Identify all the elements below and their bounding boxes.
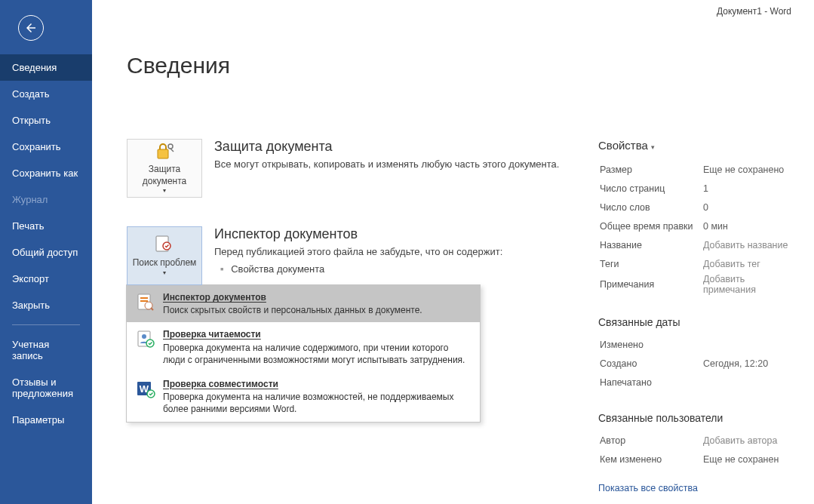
dropdown-arrow-icon: ▾ xyxy=(163,187,166,195)
menu-desc: Проверка документа на наличие содержимог… xyxy=(163,343,465,365)
check-issues-button[interactable]: Поиск проблем ▾ xyxy=(127,226,202,285)
nav-item-9[interactable]: Закрыть xyxy=(0,292,92,318)
svg-point-1 xyxy=(168,144,173,149)
property-row: АвторДобавить автора xyxy=(600,432,788,449)
menu-title: Проверка читаемости xyxy=(163,328,472,340)
property-row: Число страниц1 xyxy=(600,180,788,197)
svg-rect-0 xyxy=(158,149,168,158)
nav-item-4[interactable]: Сохранить как xyxy=(0,160,92,186)
dropdown-item-1[interactable]: Проверка читаемостиПроверка документа на… xyxy=(127,322,480,372)
menu-desc: Проверка документа на наличие возможност… xyxy=(163,392,453,414)
main-content: Документ1 - Word Сведения Защита докумен… xyxy=(92,0,814,504)
property-row: Напечатано xyxy=(600,373,788,391)
dates-header: Связанные даты xyxy=(598,316,790,328)
property-row: Число слов0 xyxy=(600,198,788,216)
property-value[interactable]: Добавить автора xyxy=(703,432,788,449)
nav-item-5: Журнал xyxy=(0,186,92,213)
property-key: Изменено xyxy=(600,336,702,353)
nav-item-3[interactable]: Сохранить xyxy=(0,134,92,160)
property-value xyxy=(703,336,788,353)
property-value[interactable]: Добавить тег xyxy=(703,255,788,272)
property-value: 1 xyxy=(703,180,788,197)
property-value: Сегодня, 12:20 xyxy=(703,355,788,372)
nav-item-0[interactable]: Сведения xyxy=(0,54,92,81)
property-key: Название xyxy=(600,236,702,254)
nav-separator xyxy=(12,324,80,325)
page-title: Сведения xyxy=(127,53,790,78)
show-all-properties-link[interactable]: Показать все свойства xyxy=(598,483,698,493)
backstage-sidebar: СведенияСоздатьОткрытьСохранитьСохранить… xyxy=(0,0,92,504)
property-key: Кем изменено xyxy=(600,450,702,468)
property-row: НазваниеДобавить название xyxy=(600,236,788,254)
property-row: ТегиДобавить тег xyxy=(600,255,788,272)
protect-document-button[interactable]: Защита документа ▾ xyxy=(127,139,202,198)
arrow-left-icon xyxy=(24,21,38,35)
property-value: 0 мин xyxy=(703,217,788,235)
inspect-title: Инспектор документов xyxy=(214,226,583,242)
properties-panel: Свойства ▾ РазмерЕще не сохраненоЧисло с… xyxy=(583,139,790,494)
property-value[interactable]: Добавить название xyxy=(703,236,788,254)
inspect-icon xyxy=(153,235,176,254)
property-value: Еще не сохранено xyxy=(703,161,788,178)
property-key: Примечания xyxy=(600,274,702,295)
property-key: Размер xyxy=(600,161,702,178)
nav-item-2[interactable]: Открыть xyxy=(0,107,92,134)
protect-button-label: Защита документа xyxy=(127,164,201,187)
nav-item-6[interactable]: Печать xyxy=(0,213,92,239)
nav-item-1[interactable]: Создать xyxy=(0,81,92,107)
property-row: Кем измененоЕще не сохранен xyxy=(600,450,788,468)
nav-item-8[interactable]: Экспорт xyxy=(0,266,92,292)
dropdown-arrow-icon: ▾ xyxy=(163,269,166,277)
property-row: Общее время правки0 мин xyxy=(600,217,788,235)
inspect-bullet: Свойства документа xyxy=(214,263,583,275)
properties-header[interactable]: Свойства ▾ xyxy=(598,139,790,152)
property-key: Число слов xyxy=(600,198,702,216)
svg-point-9 xyxy=(142,334,146,339)
property-value xyxy=(703,373,788,391)
property-key: Число страниц xyxy=(600,180,702,197)
property-key: Теги xyxy=(600,255,702,272)
check-issues-dropdown: Инспектор документовПоиск скрытых свойст… xyxy=(126,284,481,423)
back-button[interactable] xyxy=(18,15,44,41)
property-row: СозданоСегодня, 12:20 xyxy=(600,355,788,372)
menu-title: Инспектор документов xyxy=(163,291,472,303)
dropdown-item-0[interactable]: Инспектор документовПоиск скрытых свойст… xyxy=(127,285,480,322)
dropdown-item-2[interactable]: WПроверка совместимостиПроверка документ… xyxy=(127,372,480,422)
svg-rect-5 xyxy=(140,297,148,299)
property-row: ПримечанияДобавить примечания xyxy=(600,274,788,295)
menu-title: Проверка совместимости xyxy=(163,378,472,390)
property-value: Еще не сохранен xyxy=(703,450,788,468)
property-value[interactable]: Добавить примечания xyxy=(703,274,788,295)
nav-footer-2[interactable]: Параметры xyxy=(0,407,92,433)
protect-desc: Все могут открывать, копировать и изменя… xyxy=(214,158,583,171)
window-title: Документ1 - Word xyxy=(717,6,791,17)
nav-item-7[interactable]: Общий доступ xyxy=(0,239,92,266)
property-key: Общее время правки xyxy=(600,217,702,235)
check-button-label: Поиск проблем xyxy=(133,257,197,269)
property-value: 0 xyxy=(703,198,788,216)
menu-icon xyxy=(134,328,157,351)
nav-footer-0[interactable]: Учетная запись xyxy=(0,331,92,369)
property-row: Изменено xyxy=(600,336,788,353)
property-key: Создано xyxy=(600,355,702,372)
property-row: РазмерЕще не сохранено xyxy=(600,161,788,178)
users-header: Связанные пользователи xyxy=(598,412,790,424)
protect-title: Защита документа xyxy=(214,139,583,155)
menu-icon xyxy=(134,291,157,314)
inspect-desc: Перед публикацией этого файла не забудьт… xyxy=(214,245,583,259)
svg-rect-6 xyxy=(140,300,148,302)
lock-icon xyxy=(153,141,176,161)
property-key: Автор xyxy=(600,432,702,449)
menu-icon: W xyxy=(134,378,157,401)
nav-footer-1[interactable]: Отзывы и предложения xyxy=(0,369,92,407)
property-key: Напечатано xyxy=(600,373,702,391)
menu-desc: Поиск скрытых свойств и персональных дан… xyxy=(163,305,422,315)
